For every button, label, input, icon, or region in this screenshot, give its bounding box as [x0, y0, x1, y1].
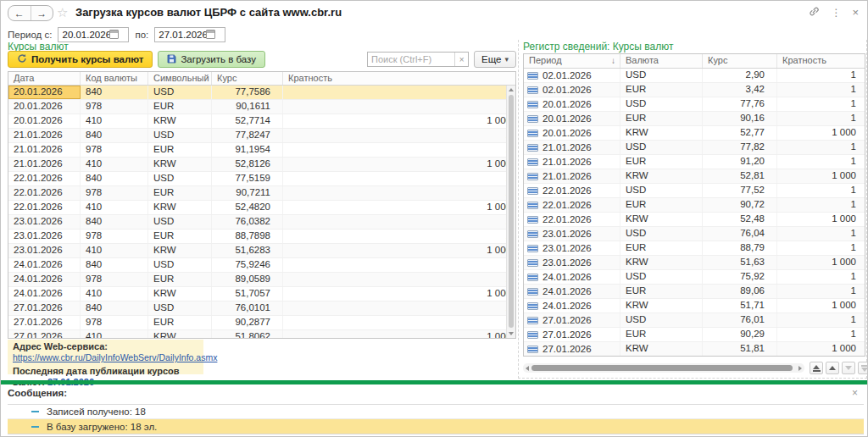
rates-table-row[interactable]: 20.01.2026410KRW52,77141 000 [8, 114, 515, 129]
register-table-row[interactable]: 24.01.2026USD75,921 [524, 270, 865, 285]
go-to-first-button[interactable] [810, 362, 823, 374]
column-header-symbol-code[interactable]: Символьный код [148, 72, 212, 85]
rates-table-row[interactable]: 22.01.2026840USD77,51591 [8, 172, 515, 186]
go-down-button[interactable] [842, 362, 855, 374]
go-up-button[interactable] [826, 362, 839, 374]
calendar-icon[interactable] [109, 30, 119, 39]
column-header-currency-code[interactable]: Код валюты [81, 72, 148, 85]
column-header-rate[interactable]: Курс [703, 54, 777, 68]
cell: 1 [283, 186, 515, 200]
rates-table-row[interactable]: 20.01.2026840USD77,75861 [8, 86, 515, 100]
cell: 23.01.2026 [8, 244, 81, 257]
register-table-row[interactable]: 02.01.2026EUR3,421 [524, 83, 865, 97]
rates-table-row[interactable]: 22.01.2026978EUR90,72111 [8, 186, 515, 201]
register-table-row[interactable]: 27.01.2026EUR90,291 [524, 328, 865, 342]
cell: 20.01.2026 [524, 126, 620, 140]
favorites-star-icon[interactable]: ☆ [57, 5, 68, 19]
period-from-field [58, 27, 129, 42]
register-table-row[interactable]: 24.01.2026KRW51,711 000 [524, 299, 865, 313]
period-from-input[interactable] [58, 30, 109, 40]
rates-table-row[interactable]: 21.01.2026840USD77,82471 [8, 129, 515, 143]
more-button[interactable]: Еще ▾ [474, 51, 516, 68]
rates-table-row[interactable]: 21.01.2026410KRW52,81261 000 [8, 158, 515, 172]
register-table-row[interactable]: 24.01.2026EUR89,061 [524, 285, 865, 299]
cell: 27.01.2026 [8, 330, 81, 339]
cell: 27.01.2026 [524, 328, 620, 341]
calendar-icon[interactable] [206, 30, 215, 39]
scrollbar-thumb[interactable] [531, 365, 793, 371]
messages-close-icon[interactable]: × [852, 387, 858, 399]
register-table-row[interactable]: 27.01.2026KRW51,811 000 [524, 342, 865, 357]
cell: 90,72 [703, 198, 777, 212]
search-clear-icon[interactable]: × [454, 53, 468, 66]
cell: 1 [283, 100, 515, 113]
record-icon [527, 331, 538, 339]
register-table-row[interactable]: 02.01.2026USD2,901 [524, 69, 865, 83]
cell: 1 [777, 328, 865, 341]
get-rates-button[interactable]: Получить курсы валют [8, 51, 153, 68]
register-table-row[interactable]: 22.01.2026USD77,521 [524, 184, 865, 198]
message-row[interactable]: В базу загружено: 18 эл. [8, 419, 864, 434]
register-table-row[interactable]: 23.01.2026KRW51,631 000 [524, 256, 865, 270]
search-input[interactable] [368, 54, 454, 64]
record-icon [527, 158, 538, 166]
period-to-input[interactable] [155, 30, 206, 40]
cell: EUR [620, 241, 703, 255]
register-table-row[interactable]: 22.01.2026EUR90,721 [524, 198, 865, 213]
cell: 51,7057 [212, 287, 283, 301]
rates-table-row[interactable]: 20.01.2026978EUR90,16111 [8, 100, 515, 114]
cell: 1 000 [777, 126, 865, 140]
link-icon[interactable] [809, 6, 820, 19]
cell: 840 [81, 301, 148, 315]
horizontal-scrollbar[interactable] [523, 363, 804, 373]
rates-table-row[interactable]: 24.01.2026840USD75,92461 [8, 258, 515, 273]
rates-table-row[interactable]: 23.01.2026978EUR88,78981 [8, 230, 515, 244]
rates-table-row[interactable]: 23.01.2026840USD76,03821 [8, 215, 515, 230]
column-header-currency[interactable]: Валюта [620, 54, 703, 68]
close-icon[interactable]: × [852, 7, 859, 19]
panel-separator[interactable] [1, 380, 867, 384]
scroll-down-icon[interactable] [507, 329, 515, 338]
more-options-icon[interactable]: ⋮ [831, 7, 841, 19]
load-to-db-button[interactable]: Загрузить в базу [158, 51, 265, 68]
scroll-right-icon[interactable] [796, 363, 804, 373]
back-button[interactable]: ← [8, 6, 31, 20]
webservice-link[interactable]: https://www.cbr.ru/DailyInfoWebServ/Dail… [13, 352, 217, 362]
column-header-period[interactable]: Период ↓ [524, 54, 620, 68]
register-table-row[interactable]: 20.01.2026EUR90,161 [524, 112, 865, 126]
scroll-up-icon[interactable] [507, 86, 515, 94]
message-row[interactable]: Записей получено: 18 [8, 405, 864, 419]
register-table-row[interactable]: 21.01.2026KRW52,811 000 [524, 169, 865, 184]
cell: 24.01.2026 [524, 285, 620, 298]
rates-table-row[interactable]: 27.01.2026840USD76,01011 [8, 301, 515, 316]
register-table-row[interactable]: 21.01.2026EUR91,201 [524, 155, 865, 169]
register-table-row[interactable]: 20.01.2026USD77,761 [524, 97, 865, 112]
cell: 410 [81, 244, 148, 257]
cell: 410 [81, 287, 148, 301]
column-header-multiplier[interactable]: Кратность [283, 72, 515, 85]
column-header-multiplier[interactable]: Кратность [777, 54, 865, 68]
vertical-scrollbar[interactable] [506, 86, 515, 338]
rates-table-row[interactable]: 22.01.2026410KRW52,48201 000 [8, 201, 515, 215]
forward-button[interactable]: → [31, 6, 53, 20]
register-table-row[interactable]: 20.01.2026KRW52,771 000 [524, 126, 865, 141]
register-table-row[interactable]: 23.01.2026USD76,041 [524, 227, 865, 241]
cell: KRW [148, 201, 212, 214]
column-header-date[interactable]: Дата [8, 72, 81, 85]
scrollbar-thumb[interactable] [509, 95, 514, 328]
register-table-row[interactable]: 27.01.2026USD76,011 [524, 313, 865, 328]
scroll-left-icon[interactable] [523, 363, 531, 373]
register-table-row[interactable]: 21.01.2026USD77,821 [524, 141, 865, 155]
rates-table-row[interactable]: 24.01.2026978EUR89,05891 [8, 273, 515, 287]
go-to-last-button[interactable] [858, 362, 868, 374]
cell: 1 [777, 97, 865, 111]
rates-table-row[interactable]: 24.01.2026410KRW51,70571 000 [8, 287, 515, 301]
register-table-row[interactable]: 23.01.2026EUR88,791 [524, 241, 865, 256]
rates-table-row[interactable]: 23.01.2026410KRW51,62831 000 [8, 244, 515, 258]
rates-table-row[interactable]: 27.01.2026410KRW51,80621 000 [8, 330, 515, 339]
register-table-row[interactable]: 22.01.2026KRW52,481 000 [524, 213, 865, 227]
column-header-rate[interactable]: Курс [212, 72, 283, 85]
cell: 978 [81, 316, 148, 329]
rates-table-row[interactable]: 21.01.2026978EUR91,19541 [8, 143, 515, 158]
rates-table-row[interactable]: 27.01.2026978EUR90,28771 [8, 316, 515, 330]
